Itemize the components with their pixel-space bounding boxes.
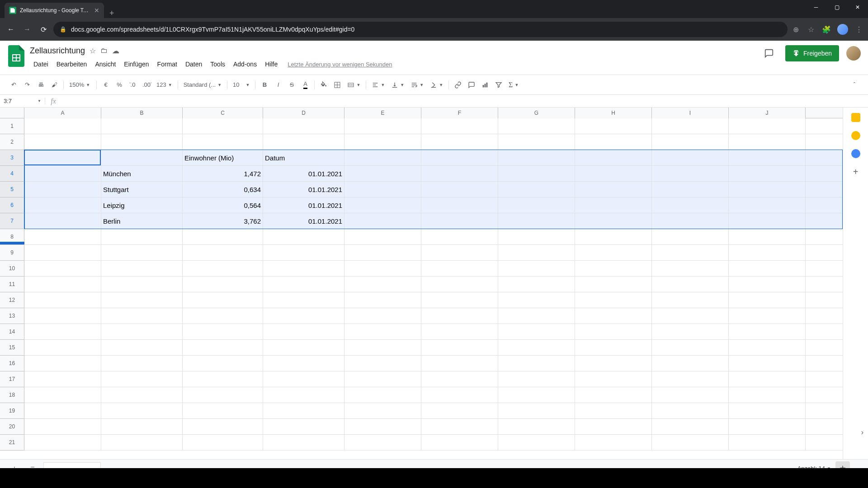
cell[interactable] <box>101 435 183 450</box>
cell[interactable] <box>344 340 421 355</box>
cell[interactable] <box>498 245 575 260</box>
cell[interactable] <box>344 308 421 324</box>
cell[interactable] <box>24 403 101 418</box>
cell[interactable] <box>101 356 183 371</box>
cell[interactable] <box>498 197 575 213</box>
column-header-A[interactable]: A <box>24 108 101 118</box>
menu-format[interactable]: Format <box>154 59 181 70</box>
cell[interactable] <box>263 118 344 134</box>
cell[interactable] <box>729 419 806 434</box>
row-header-16[interactable]: 16 <box>0 356 24 371</box>
cell[interactable] <box>183 387 263 403</box>
cell[interactable] <box>24 118 101 134</box>
cell[interactable] <box>498 292 575 308</box>
column-header-D[interactable]: D <box>263 108 344 118</box>
cell[interactable]: 01.01.2021 <box>263 197 344 213</box>
cell[interactable] <box>421 166 498 181</box>
cell[interactable] <box>344 197 421 213</box>
cell[interactable] <box>24 371 101 387</box>
bookmark-icon[interactable]: ☆ <box>807 25 816 34</box>
extensions-icon[interactable]: 🧩 <box>822 25 831 34</box>
cell[interactable] <box>263 324 344 339</box>
cell[interactable] <box>421 118 498 134</box>
select-all-corner[interactable] <box>0 108 24 118</box>
name-box[interactable]: 3:7▼ <box>0 98 45 104</box>
cell[interactable] <box>652 229 729 244</box>
cell[interactable] <box>263 245 344 260</box>
cell[interactable] <box>24 229 101 244</box>
column-header-B[interactable]: B <box>101 108 183 118</box>
cell[interactable] <box>24 134 101 150</box>
row-header-12[interactable]: 12 <box>0 292 24 308</box>
redo-button[interactable]: ↷ <box>21 79 33 91</box>
cell[interactable] <box>101 403 183 418</box>
cell[interactable]: Stuttgart <box>101 182 183 197</box>
cell[interactable] <box>421 419 498 434</box>
cell[interactable] <box>575 166 652 181</box>
cell[interactable] <box>729 403 806 418</box>
cell[interactable] <box>652 150 729 165</box>
row-header-9[interactable]: 9 <box>0 245 24 261</box>
bold-button[interactable]: B <box>258 79 271 91</box>
cell[interactable] <box>652 118 729 134</box>
row-header-18[interactable]: 18 <box>0 387 24 403</box>
cell[interactable] <box>183 292 263 308</box>
cell[interactable] <box>421 356 498 371</box>
sheets-logo-icon[interactable] <box>7 44 25 68</box>
column-header-E[interactable]: E <box>344 108 421 118</box>
horizontal-align-dropdown[interactable]: ▼ <box>369 81 387 89</box>
decrease-decimal-button[interactable]: .0← <box>127 79 139 91</box>
cell[interactable] <box>575 387 652 403</box>
cell[interactable]: 01.01.2021 <box>263 213 344 229</box>
cell[interactable] <box>652 308 729 324</box>
cell[interactable] <box>24 419 101 434</box>
cell[interactable] <box>575 277 652 292</box>
cell[interactable] <box>183 419 263 434</box>
cell[interactable] <box>344 118 421 134</box>
cell[interactable] <box>575 435 652 450</box>
forward-button[interactable]: → <box>21 23 33 36</box>
print-button[interactable]: 🖶 <box>34 79 47 91</box>
cell[interactable] <box>263 308 344 324</box>
cell[interactable] <box>344 213 421 229</box>
cell[interactable] <box>498 356 575 371</box>
cell[interactable] <box>652 356 729 371</box>
cell[interactable] <box>575 403 652 418</box>
insert-link-button[interactable] <box>452 79 464 91</box>
cell[interactable] <box>575 261 652 276</box>
cell[interactable] <box>652 435 729 450</box>
menu-hilfe[interactable]: Hilfe <box>261 59 281 70</box>
cell[interactable] <box>24 435 101 450</box>
cell[interactable]: 01.01.2021 <box>263 166 344 181</box>
cell[interactable] <box>498 166 575 181</box>
cell[interactable] <box>421 371 498 387</box>
cell[interactable] <box>729 371 806 387</box>
cell[interactable] <box>575 118 652 134</box>
cell[interactable] <box>652 371 729 387</box>
cell[interactable] <box>24 197 101 213</box>
cell[interactable]: 01.01.2021 <box>263 182 344 197</box>
cell[interactable] <box>344 356 421 371</box>
cell[interactable] <box>729 213 806 229</box>
cell[interactable] <box>498 419 575 434</box>
cell[interactable] <box>24 245 101 260</box>
row-header-7[interactable]: 7 <box>0 213 24 229</box>
vertical-align-dropdown[interactable]: ▼ <box>388 81 407 89</box>
cell[interactable] <box>421 261 498 276</box>
menu-datei[interactable]: Datei <box>30 59 52 70</box>
menu-ansicht[interactable]: Ansicht <box>91 59 119 70</box>
back-button[interactable]: ← <box>5 23 17 36</box>
column-header-I[interactable]: I <box>652 108 729 118</box>
strikethrough-button[interactable]: S <box>285 79 298 91</box>
cell[interactable] <box>101 229 183 244</box>
column-header-J[interactable]: J <box>729 108 806 118</box>
move-icon[interactable]: 🗀 <box>100 47 108 55</box>
cell[interactable] <box>421 340 498 355</box>
cell[interactable] <box>101 292 183 308</box>
cell[interactable] <box>652 324 729 339</box>
text-wrap-dropdown[interactable]: ▼ <box>408 81 426 89</box>
cell[interactable] <box>101 277 183 292</box>
cell[interactable] <box>101 245 183 260</box>
cell[interactable] <box>101 340 183 355</box>
cell[interactable] <box>101 371 183 387</box>
